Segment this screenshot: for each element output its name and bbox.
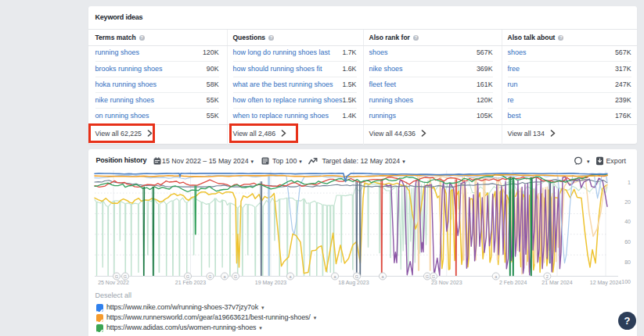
- svg-text:23 Nov 2023: 23 Nov 2023: [431, 280, 462, 285]
- svg-text:12 May 2024: 12 May 2024: [590, 280, 622, 286]
- svg-text:G: G: [355, 274, 358, 279]
- svg-text:21 Feb 2023: 21 Feb 2023: [175, 280, 206, 285]
- svg-text:G: G: [208, 274, 211, 279]
- svg-text:21 Mar 2024: 21 Mar 2024: [541, 280, 572, 285]
- svg-text:G: G: [124, 274, 127, 279]
- svg-text:60: 60: [624, 239, 631, 245]
- svg-text:G: G: [426, 274, 429, 279]
- svg-text:2 Feb 2024: 2 Feb 2024: [499, 280, 527, 285]
- svg-text:25 Nov 2022: 25 Nov 2022: [98, 280, 129, 285]
- svg-text:19 May 2023: 19 May 2023: [255, 280, 287, 286]
- svg-text:80: 80: [624, 259, 631, 265]
- svg-text:40: 40: [624, 219, 631, 224]
- svg-text:G: G: [432, 274, 435, 279]
- svg-text:G: G: [234, 274, 237, 279]
- svg-text:18 Aug 2023: 18 Aug 2023: [338, 280, 369, 286]
- svg-text:100: 100: [621, 279, 631, 284]
- svg-text:G: G: [186, 274, 189, 279]
- svg-text:2: 2: [546, 274, 549, 279]
- svg-text:1: 1: [628, 180, 631, 185]
- svg-text:G: G: [115, 274, 118, 279]
- svg-text:20: 20: [624, 199, 631, 205]
